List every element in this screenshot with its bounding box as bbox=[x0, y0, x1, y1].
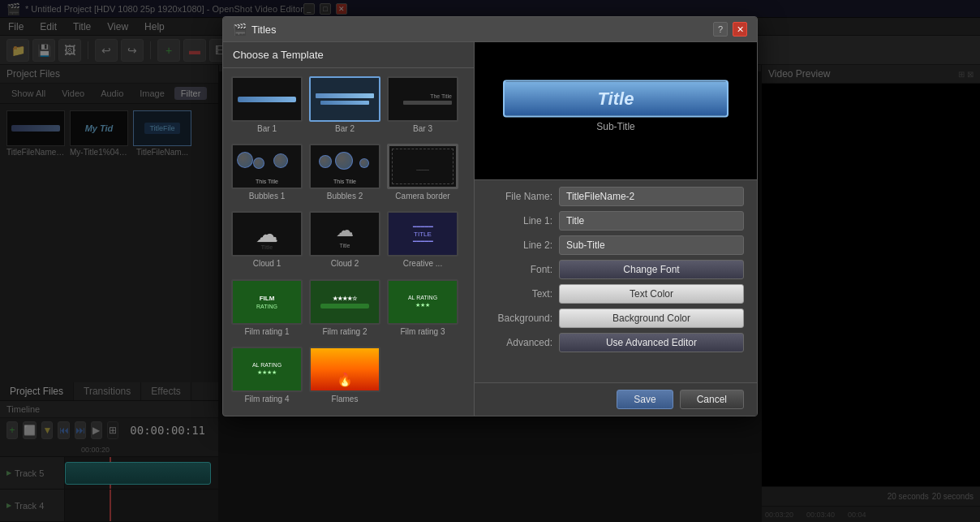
film3-text: AL RATING bbox=[408, 295, 437, 300]
form-row-filename: File Name: bbox=[488, 187, 744, 206]
dialog-form: File Name: Line 1: Line 2: bbox=[475, 180, 757, 382]
film3-sub: ★★★ bbox=[415, 302, 430, 308]
font-label: Font: bbox=[488, 264, 552, 275]
line2-input[interactable] bbox=[559, 235, 744, 255]
dialog-icon: 🎬 bbox=[233, 23, 247, 36]
save-button[interactable]: Save bbox=[617, 390, 673, 409]
preview-title-sub: Sub-Title bbox=[503, 120, 729, 132]
template-chooser: Choose a Template Bar 1 bbox=[223, 42, 475, 416]
cloud-shape-2: ☁ bbox=[336, 220, 354, 241]
film2-label: ★★★★☆ bbox=[333, 296, 357, 302]
template-thumb-flames: 🔥 bbox=[309, 347, 380, 392]
template-name-bubbles1: Bubbles 1 bbox=[231, 192, 303, 201]
flames-icon: 🔥 bbox=[337, 372, 353, 387]
template-bubbles1[interactable]: This Title Bubbles 1 bbox=[231, 144, 303, 205]
dialog-footer: Save Cancel bbox=[475, 382, 757, 416]
dialog-header: 🎬 Titles ? ✕ bbox=[223, 17, 757, 42]
template-thumb-cloud1: ☁ Title bbox=[231, 211, 303, 257]
title-preview: Title Sub-Title bbox=[475, 42, 757, 180]
line2-label: Line 2: bbox=[488, 239, 552, 251]
template-thumb-bar1 bbox=[231, 76, 303, 122]
template-film-rating1[interactable]: FILM RATING Film rating 1 bbox=[231, 279, 303, 340]
cancel-button[interactable]: Cancel bbox=[680, 390, 744, 409]
bubble bbox=[335, 152, 353, 170]
film-rating-label: FILM bbox=[260, 295, 275, 302]
dialog-close-button[interactable]: ✕ bbox=[733, 22, 747, 37]
template-name-camera: Camera border bbox=[387, 192, 458, 201]
background-color-button[interactable]: Background Color bbox=[559, 308, 744, 328]
file-name-input[interactable] bbox=[559, 187, 744, 206]
template-bar1[interactable]: Bar 1 bbox=[231, 76, 303, 137]
bubble bbox=[237, 152, 253, 168]
text-label: Text: bbox=[488, 288, 552, 300]
template-name-film2: Film rating 2 bbox=[309, 327, 380, 336]
advanced-label: Advanced: bbox=[488, 337, 552, 348]
template-name-bar1: Bar 1 bbox=[231, 124, 303, 133]
cloud-label-2: Title bbox=[340, 243, 350, 248]
form-row-font: Font: Change Font bbox=[488, 260, 744, 279]
template-cloud1[interactable]: ☁ Title Cloud 1 bbox=[231, 211, 303, 272]
preview-title-bar: Title Sub-Title bbox=[503, 80, 729, 132]
template-flames[interactable]: 🔥 Flames bbox=[309, 347, 380, 408]
file-name-label: File Name: bbox=[488, 191, 552, 202]
dialog-help-button[interactable]: ? bbox=[713, 22, 728, 37]
template-thumb-bubbles1: This Title bbox=[231, 144, 303, 189]
template-thumb-bar3: The Title bbox=[387, 76, 458, 122]
bubble bbox=[319, 155, 332, 168]
modal-overlay: 🎬 Titles ? ✕ Choose a Template bbox=[0, 0, 980, 522]
dialog-title-text: Titles bbox=[251, 24, 277, 36]
form-row-bg-color: Background: Background Color bbox=[488, 308, 744, 328]
template-creative[interactable]: ━━━━━TITLE━━━━━ Creative ... bbox=[387, 211, 458, 272]
template-thumb-cloud2: ☁ Title bbox=[309, 211, 380, 257]
dialog-title: 🎬 Titles bbox=[233, 23, 277, 36]
film-rating-sub: RATING bbox=[256, 304, 277, 309]
form-row-advanced: Advanced: Use Advanced Editor bbox=[488, 333, 744, 352]
line1-input[interactable] bbox=[559, 211, 744, 231]
template-name-cloud2: Cloud 2 bbox=[309, 259, 380, 268]
template-film-rating2[interactable]: ★★★★☆ Film rating 2 bbox=[309, 279, 380, 340]
template-name-film1: Film rating 1 bbox=[231, 327, 303, 336]
template-thumb-camera: ____ bbox=[387, 144, 458, 189]
template-name-bar3: Bar 3 bbox=[387, 124, 458, 133]
template-name-flames: Flames bbox=[309, 395, 380, 403]
template-camera-border[interactable]: ____ Camera border bbox=[387, 144, 458, 205]
text-color-button[interactable]: Text Color bbox=[559, 284, 744, 304]
dialog-right: Title Sub-Title File Name: Line 1: bbox=[475, 42, 757, 416]
template-thumb-film4: AL RATING ★★★★ bbox=[231, 347, 303, 392]
template-cloud2[interactable]: ☁ Title Cloud 2 bbox=[309, 211, 380, 272]
film4-stars: ★★★★ bbox=[257, 369, 277, 376]
preview-title-main: Title bbox=[503, 80, 729, 117]
form-row-text-color: Text: Text Color bbox=[488, 284, 744, 304]
form-row-line2: Line 2: bbox=[488, 235, 744, 255]
template-film-rating3[interactable]: AL RATING ★★★ Film rating 3 bbox=[387, 279, 458, 340]
template-thumb-creative: ━━━━━TITLE━━━━━ bbox=[387, 211, 458, 257]
dialog-body: Choose a Template Bar 1 bbox=[223, 42, 757, 416]
bubble bbox=[253, 157, 264, 169]
template-thumb-film1: FILM RATING bbox=[231, 279, 303, 325]
template-thumb-bar2 bbox=[309, 76, 380, 122]
background-label: Background: bbox=[488, 313, 552, 324]
cloud-text: Title bbox=[261, 244, 273, 250]
template-thumb-film3: AL RATING ★★★ bbox=[387, 279, 458, 325]
bubble bbox=[273, 153, 288, 168]
template-name-film3: Film rating 3 bbox=[387, 327, 458, 336]
template-film-rating4[interactable]: AL RATING ★★★★ Film rating 4 bbox=[231, 347, 303, 408]
cloud-shape: ☁ bbox=[256, 221, 278, 248]
use-advanced-editor-button[interactable]: Use Advanced Editor bbox=[559, 333, 744, 352]
creative-label: ━━━━━TITLE━━━━━ bbox=[410, 220, 436, 248]
template-grid: Bar 1 Bar 2 The Title bbox=[223, 68, 474, 416]
template-name-film4: Film rating 4 bbox=[231, 395, 303, 403]
form-row-line1: Line 1: bbox=[488, 211, 744, 231]
template-bar2[interactable]: Bar 2 bbox=[309, 76, 380, 137]
change-font-button[interactable]: Change Font bbox=[559, 260, 744, 279]
film4-text: AL RATING bbox=[252, 362, 282, 368]
template-bubbles2[interactable]: This Title Bubbles 2 bbox=[309, 144, 380, 205]
template-name-bar2: Bar 2 bbox=[309, 124, 380, 133]
dialog-controls: ? ✕ bbox=[713, 22, 747, 37]
template-bar3[interactable]: The Title Bar 3 bbox=[387, 76, 458, 137]
film2-bar bbox=[320, 304, 369, 308]
line1-label: Line 1: bbox=[488, 215, 552, 226]
bubble bbox=[359, 158, 369, 168]
template-name-bubbles2: Bubbles 2 bbox=[309, 192, 380, 201]
template-name-cloud1: Cloud 1 bbox=[231, 259, 303, 268]
